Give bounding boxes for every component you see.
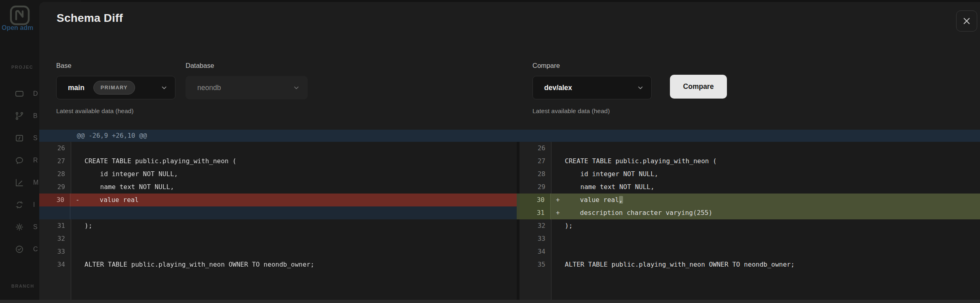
branches-section-label: BRANCH [11, 284, 34, 288]
diff-row: 34 [520, 245, 980, 258]
diff-row: 32 [39, 232, 517, 245]
projects-section-label: PROJEC [11, 65, 33, 69]
diff-marker [71, 232, 84, 245]
sidebar-item-label: R [33, 157, 38, 164]
diff-marker [71, 181, 84, 194]
settings-icon [15, 222, 24, 232]
diff-code-text: ALTER TABLE public.playing_with_neon OWN… [84, 258, 314, 271]
hunk-header: @@ -26,9 +26,10 @@ [39, 130, 980, 142]
diff-line-number: 32 [520, 219, 551, 232]
sql-editor-icon [15, 133, 24, 143]
diff-code-text: description character varying(255) [564, 206, 712, 219]
diff-code-text: ); [565, 219, 572, 232]
diff-row: 26 [520, 142, 980, 155]
sidebar-item-label: B [33, 112, 38, 120]
sidebar-item-label: I [33, 201, 35, 208]
diff-row: 35ALTER TABLE public.playing_with_neon O… [520, 258, 980, 271]
diff-row: 27CREATE TABLE public.playing_with_neon … [39, 155, 517, 168]
diff-row: 30+ value real, [520, 194, 980, 206]
compare-branch-select[interactable]: dev/alex [532, 76, 652, 99]
diff-marker [70, 206, 84, 219]
diff-marker [71, 258, 84, 271]
monitoring-icon [15, 178, 24, 187]
diff-code-text: CREATE TABLE public.playing_with_neon ( [84, 155, 237, 168]
diff-line-number: 33 [520, 232, 551, 245]
compare-button[interactable]: Compare [670, 75, 727, 99]
diff-marker [551, 245, 565, 258]
diff-row: 30- value real [39, 194, 517, 206]
database-value: neondb [197, 84, 221, 92]
diff-pane-divider [517, 142, 520, 303]
diff-line-number: 28 [520, 168, 551, 181]
diff-marker [71, 245, 84, 258]
diff-code-text: name text NOT NULL, [565, 181, 655, 194]
database-field: Database neondb [186, 62, 308, 99]
integrations-icon [15, 200, 24, 210]
diff-pane-compare: 2627CREATE TABLE public.playing_with_neo… [520, 142, 980, 303]
diff-row: 31); [39, 219, 517, 232]
diff-marker [551, 258, 565, 271]
diff-line-number: 35 [520, 258, 551, 271]
compare-hint: Latest available data (head) [532, 107, 652, 115]
database-label: Database [186, 62, 308, 69]
diff-line-number: 28 [39, 168, 71, 181]
diff-line-number: 30 [520, 194, 551, 206]
diff-code-text: ALTER TABLE public.playing_with_neon OWN… [565, 258, 794, 271]
diff-code-text: ); [84, 219, 92, 232]
database-select[interactable]: neondb [186, 76, 308, 99]
diff-marker [551, 181, 565, 194]
diff-marker [71, 155, 84, 168]
base-branch-value: main [68, 84, 84, 92]
diff-code-text: value real [84, 194, 139, 206]
neon-logo[interactable] [10, 5, 30, 25]
diff-code-text: id integer NOT NULL, [565, 168, 658, 181]
compare-branch-value: dev/alex [544, 84, 572, 92]
chevron-down-icon [161, 84, 168, 91]
diff-marker [71, 168, 84, 181]
diff-row: 32); [520, 219, 980, 232]
diff-row: 27CREATE TABLE public.playing_with_neon … [520, 155, 980, 168]
diff-line-number: 26 [520, 142, 551, 155]
diff-row: 28 id integer NOT NULL, [520, 168, 980, 181]
sidebar-item-label: C [33, 246, 38, 253]
diff-code-text: value real, [564, 194, 623, 206]
diff-marker: - [70, 194, 84, 206]
diff-marker [71, 142, 84, 155]
diff-code-text: id integer NOT NULL, [84, 168, 178, 181]
diff-row: 34ALTER TABLE public.playing_with_neon O… [39, 258, 517, 271]
close-button[interactable] [956, 11, 977, 32]
diff-line-number: 33 [39, 245, 71, 258]
diff-marker: + [551, 206, 564, 219]
compare-label: Compare [532, 62, 652, 69]
diff-marker [71, 219, 84, 232]
schema-diff-viewer: @@ -26,9 +26,10 @@ 2627CREATE TABLE publ… [39, 130, 980, 303]
diff-marker [551, 142, 565, 155]
diff-line-number: 27 [39, 155, 71, 168]
chevron-down-icon [637, 84, 644, 91]
page-title: Schema Diff [57, 12, 123, 25]
diff-line-number: 29 [39, 181, 71, 194]
diff-marker [551, 155, 565, 168]
diff-row: 31+ description character varying(255) [520, 206, 980, 219]
diff-line-number: 31 [39, 219, 71, 232]
open-admin-link[interactable]: Open adm [2, 24, 33, 32]
schema-diff-modal: Schema Diff Base main PRIMARY Latest ava… [39, 2, 980, 303]
diff-line-number: 30 [39, 194, 70, 206]
diff-row: 29 name text NOT NULL, [39, 181, 517, 194]
sidebar-item-label: S [33, 223, 38, 231]
bottom-bar [0, 300, 980, 303]
diff-panes: 2627CREATE TABLE public.playing_with_neo… [39, 142, 980, 303]
base-branch-select[interactable]: main PRIMARY [56, 76, 175, 99]
dashboard-icon [15, 89, 24, 99]
diff-row: 28 id integer NOT NULL, [39, 168, 517, 181]
branch-icon [15, 111, 24, 121]
base-field: Base main PRIMARY Latest available data … [56, 62, 175, 115]
diff-pane-base: 2627CREATE TABLE public.playing_with_neo… [39, 142, 517, 303]
sidebar-item-label: S [33, 135, 38, 142]
diff-marker: + [551, 194, 564, 206]
diff-line-number: 34 [39, 258, 71, 271]
diff-row [39, 206, 517, 219]
diff-code-text: name text NOT NULL, [84, 181, 174, 194]
primary-badge: PRIMARY [93, 81, 135, 95]
chat-icon [15, 156, 24, 165]
